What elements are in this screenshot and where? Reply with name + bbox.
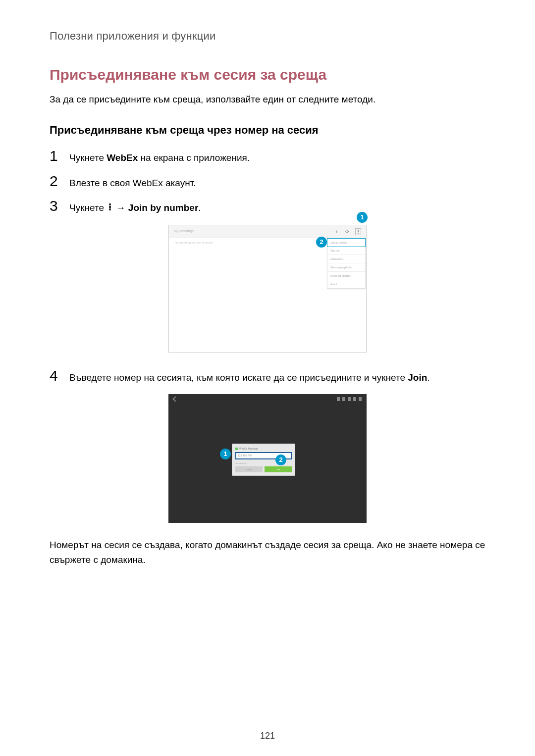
side-rule	[27, 0, 27, 29]
menu-item[interactable]: Learn more	[327, 255, 365, 263]
breadcrumb: Полезни приложения и функции	[50, 30, 485, 43]
callout-1: 1	[357, 212, 368, 223]
page-number: 121	[0, 731, 535, 741]
screenshot-meetings-list: My Meetings + ⟳ No meetings in next 8 we…	[168, 225, 367, 353]
text: Чукнете	[69, 202, 107, 213]
cancel-button[interactable]: Cancel	[235, 466, 263, 472]
plus-icon[interactable]: +	[335, 229, 338, 235]
app-topbar: My Meetings + ⟳	[169, 225, 366, 238]
step-number: 3	[50, 198, 62, 214]
step-body: Чукнете WebEx на екрана с приложения.	[69, 151, 250, 165]
step-body: Въведете номер на сесията, към която иск…	[69, 370, 430, 385]
status-bar	[337, 397, 362, 401]
refresh-icon[interactable]: ⟳	[345, 229, 349, 234]
step-3: 3 Чукнете → Join by number.	[50, 198, 485, 215]
step-1: 1 Чукнете WebEx на екрана с приложения.	[50, 148, 485, 165]
overflow-menu: Join by number Sign out Learn more Samsu…	[327, 238, 366, 289]
back-icon[interactable]	[172, 396, 178, 402]
screenshot-join-dialog: WebEx Meetings 123 456 789 something@...…	[168, 394, 367, 523]
section-title: Присъединяване към сесия за среща	[50, 66, 485, 83]
menu-item[interactable]: Check for updates	[327, 272, 365, 280]
step-2: 2 Влезте в своя WebEx акаунт.	[50, 173, 485, 191]
more-icon[interactable]	[355, 228, 361, 235]
join-button[interactable]: Join	[265, 466, 292, 472]
text: на екрана с приложения.	[138, 152, 250, 163]
text: .	[427, 372, 429, 383]
dialog-title: WebEx Meetings	[235, 447, 292, 450]
menu-item[interactable]: About	[327, 280, 365, 288]
bold-text: Join by number	[128, 202, 198, 213]
step-body: Влезте в своя WebEx акаунт.	[69, 176, 196, 191]
callout-1: 1	[220, 449, 231, 459]
status-icon	[342, 397, 345, 401]
page-content: Полезни приложения и функции Присъединяв…	[0, 0, 535, 588]
status-icon	[348, 397, 351, 401]
arrow-text: →	[113, 202, 128, 213]
empty-state-text: No meetings in next 8 weeks	[175, 241, 213, 244]
screenshot-1-container: 1 2 My Meetings + ⟳ No meetings in next …	[168, 225, 367, 353]
dialog-buttons: Cancel Join	[235, 466, 292, 472]
step-body: Чукнете → Join by number.	[69, 201, 201, 215]
screenshot-2-container: 1 2 WebEx Meetings 123 456 789 something…	[168, 394, 367, 523]
text: Въведете номер на сесията, към която иск…	[69, 372, 408, 383]
text: Чукнете	[69, 152, 107, 163]
intro-text: За да се присъедините към среща, използв…	[50, 92, 485, 107]
status-icon	[359, 397, 362, 401]
bold-text: WebEx	[107, 152, 138, 163]
topbar-title: My Meetings	[174, 229, 194, 233]
menu-item-join-by-number[interactable]: Join by number	[327, 238, 366, 247]
callout-2: 2	[275, 454, 286, 465]
more-icon	[107, 203, 113, 212]
text: .	[198, 202, 201, 213]
step-number: 2	[50, 173, 62, 190]
status-icon	[353, 397, 356, 401]
subsection-title: Присъединяване към среща чрез номер на с…	[50, 124, 485, 137]
menu-item[interactable]: Samsung legal info	[327, 263, 365, 272]
step-4: 4 Въведете номер на сесията, към която и…	[50, 367, 485, 385]
step-number: 4	[50, 367, 62, 384]
status-icon	[337, 397, 340, 401]
callout-2: 2	[316, 237, 327, 248]
bold-text: Join	[408, 372, 427, 383]
menu-item[interactable]: Sign out	[327, 247, 365, 255]
footer-note: Номерът на сесия се създава, когато дома…	[50, 538, 485, 568]
steps-list: 1 Чукнете WebEx на екрана с приложения. …	[50, 148, 485, 215]
step-number: 1	[50, 148, 62, 164]
